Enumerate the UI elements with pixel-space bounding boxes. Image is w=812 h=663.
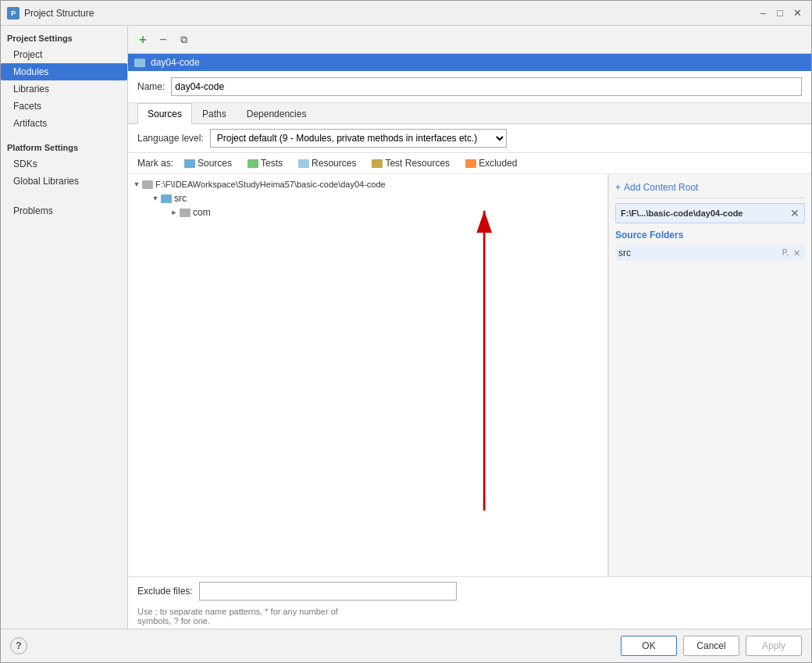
mark-resources-button[interactable]: Resources [294, 156, 361, 170]
ok-button[interactable]: OK [621, 636, 677, 656]
mark-test-resources-button[interactable]: Test Resources [367, 156, 454, 170]
com-toggle-icon[interactable]: ► [169, 207, 180, 218]
right-info-pane: + Add Content Root F:\F\...\basic-code\d… [608, 174, 811, 576]
mark-tests-button[interactable]: Tests [243, 156, 287, 170]
exclude-row: Exclude files: [128, 576, 811, 605]
sources-split: ▼ F:\F\IDEAWorkspace\StudyHeima57\basic-… [128, 174, 811, 576]
tab-dependencies[interactable]: Dependencies [237, 103, 317, 124]
resources-folder-icon [298, 159, 309, 168]
cancel-button[interactable]: Cancel [683, 636, 739, 656]
tree-root-item[interactable]: ▼ F:\F\IDEAWorkspace\StudyHeima57\basic-… [128, 177, 607, 191]
sources-content-wrapper: ▼ F:\F\IDEAWorkspace\StudyHeima57\basic-… [128, 174, 811, 576]
content-area: Name: Sources Paths Dependencies [128, 71, 811, 629]
sidebar-item-libraries[interactable]: Libraries [1, 80, 127, 98]
exclude-input[interactable] [199, 582, 457, 601]
app-icon: P [7, 7, 20, 20]
sidebar: Project Settings Project Modules Librari… [1, 26, 128, 629]
mark-as-row: Mark as: Sources Tests Resources [128, 153, 811, 174]
sidebar-item-facets[interactable]: Facets [1, 98, 127, 115]
tree-pane: ▼ F:\F\IDEAWorkspace\StudyHeima57\basic-… [128, 174, 608, 576]
root-path-label: F:\F\IDEAWorkspace\StudyHeima57\basic-co… [155, 180, 386, 189]
sources-folder-icon [184, 159, 195, 168]
content-root-path: F:\F\...\basic-code\day04-code [621, 209, 743, 218]
platform-settings-title: Platform Settings [1, 138, 127, 155]
name-label: Name: [137, 81, 165, 92]
tests-folder-icon [248, 159, 258, 168]
apply-button[interactable]: Apply [746, 636, 802, 656]
com-folder-icon [180, 209, 191, 217]
tab-sources[interactable]: Sources [137, 103, 192, 124]
source-folders-title: Source Folders [615, 230, 805, 241]
add-icon: + [615, 182, 621, 193]
lang-level-label: Language level: [137, 133, 204, 144]
tab-paths[interactable]: Paths [192, 103, 237, 124]
source-folder-edit-button[interactable]: P, [781, 248, 790, 258]
project-structure-dialog: P Project Structure – □ ✕ Project Settin… [0, 0, 812, 663]
com-label: com [193, 207, 211, 218]
add-content-root-button[interactable]: + Add Content Root [615, 180, 805, 198]
root-folder-icon [142, 180, 153, 189]
module-folder-icon [134, 59, 145, 67]
mark-as-label: Mark as: [137, 158, 173, 169]
source-folder-name: src [618, 248, 631, 258]
module-name-input[interactable] [171, 77, 802, 96]
title-bar: P Project Structure – □ ✕ [1, 1, 811, 26]
sidebar-item-modules[interactable]: Modules [1, 63, 127, 80]
test-resources-folder-icon [372, 159, 383, 168]
module-list-item[interactable]: day04-code [128, 54, 811, 71]
src-folder-icon [161, 194, 172, 203]
name-row: Name: [128, 71, 811, 103]
exclude-hint: Use ; to separate name patterns, * for a… [128, 605, 811, 629]
content-root-close-button[interactable]: ✕ [790, 207, 800, 219]
sidebar-item-project[interactable]: Project [1, 46, 127, 63]
close-button[interactable]: ✕ [789, 5, 805, 21]
tree-src-item[interactable]: ▼ src [128, 191, 607, 205]
source-folder-actions: P, ✕ [781, 248, 802, 258]
maximize-button[interactable]: □ [772, 5, 788, 21]
bottom-bar: ? OK Cancel Apply [1, 629, 811, 662]
help-button[interactable]: ? [10, 637, 27, 654]
mark-sources-button[interactable]: Sources [180, 156, 237, 170]
sidebar-item-sdks[interactable]: SDKs [1, 155, 127, 173]
tabs-row: Sources Paths Dependencies [128, 103, 811, 124]
src-toggle-icon[interactable]: ▼ [150, 193, 161, 204]
sidebar-item-problems[interactable]: Problems [1, 202, 127, 219]
lang-level-select[interactable]: Project default (9 - Modules, private me… [210, 129, 507, 148]
right-panel: + − ⧉ day04-code Name: Sources [128, 26, 811, 629]
add-content-root-label: Add Content Root [624, 182, 698, 193]
root-toggle-icon[interactable]: ▼ [131, 179, 142, 190]
lang-level-row: Language level: Project default (9 - Mod… [128, 124, 811, 153]
main-content: Project Settings Project Modules Librari… [1, 26, 811, 629]
content-root-header: F:\F\...\basic-code\day04-code ✕ [615, 203, 805, 223]
add-module-button[interactable]: + [134, 31, 151, 48]
source-folder-remove-button[interactable]: ✕ [792, 248, 802, 258]
project-settings-title: Project Settings [1, 29, 127, 46]
sidebar-item-global-libraries[interactable]: Global Libraries [1, 173, 127, 190]
copy-module-button[interactable]: ⧉ [175, 31, 192, 48]
exclude-label: Exclude files: [137, 586, 193, 597]
remove-module-button[interactable]: − [155, 31, 172, 48]
src-label: src [174, 193, 187, 204]
mark-excluded-button[interactable]: Excluded [461, 156, 522, 170]
tree-com-item[interactable]: ► com [128, 205, 607, 219]
exclude-section: Exclude files: Use ; to separate name pa… [128, 576, 811, 629]
platform-settings-section: Platform Settings SDKs Global Libraries [1, 138, 127, 190]
source-folder-item: src P, ✕ [615, 245, 805, 261]
minimize-button[interactable]: – [755, 5, 771, 21]
excluded-folder-icon [465, 159, 476, 168]
module-name-label: day04-code [151, 57, 200, 68]
window-title: Project Structure [24, 8, 755, 19]
window-controls: – □ ✕ [755, 5, 805, 21]
module-toolbar: + − ⧉ [128, 26, 811, 54]
sidebar-item-artifacts[interactable]: Artifacts [1, 115, 127, 132]
